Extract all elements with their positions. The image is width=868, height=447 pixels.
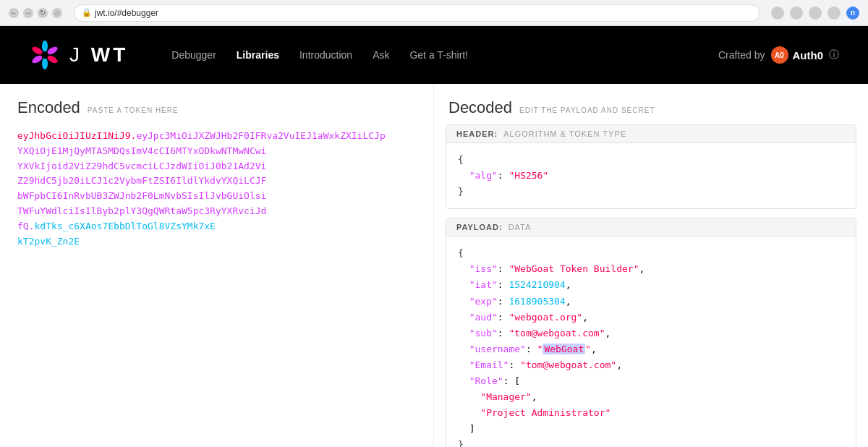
payload-aud-val: "webgoat.org"	[509, 312, 582, 323]
payload-card-header: PAYLOAD: DATA	[446, 218, 856, 237]
payload-role-key: "Role"	[469, 375, 503, 386]
payload-card-body[interactable]: { "iss": "WebGoat Token Builder", "iat":…	[446, 237, 856, 447]
payload-role-pa: "Project Administrator"	[480, 407, 610, 418]
jwt-part2: eyJpc3MiOiJXZWJHb2F0IFRva2VuIEJ1aWxkZXIi…	[17, 130, 386, 231]
svg-point-1	[42, 41, 48, 52]
svg-point-4	[42, 58, 48, 69]
nav-debugger[interactable]: Debugger	[171, 49, 216, 61]
header-alg-value: "HS256"	[509, 170, 548, 181]
payload-sub-key: "sub"	[469, 328, 498, 339]
forward-button[interactable]: →	[23, 8, 33, 18]
jwt-part3: kdTks_c6XAos7EbbDlToGl8VZsYMk7xEkT2pvK_Z…	[17, 221, 216, 247]
decoded-subtitle: EDIT THE PAYLOAD AND SECRET	[519, 106, 655, 114]
encoded-title: Encoded	[17, 98, 80, 117]
header-card-body[interactable]: { "alg": "HS256" }	[446, 143, 856, 208]
nav-libraries[interactable]: Libraries	[237, 49, 279, 61]
decoded-title: Decoded	[448, 98, 512, 117]
reload-button[interactable]: ↻	[38, 8, 48, 18]
payload-username-key: "username"	[469, 344, 526, 354]
payload-role-manager: "Manager"	[480, 391, 531, 402]
payload-email-key: "Email"	[469, 359, 509, 370]
nav-tshirt[interactable]: Get a T-shirt!	[409, 49, 468, 61]
header-colon: :	[498, 170, 509, 181]
lock-icon: 🔒	[82, 8, 92, 17]
encoded-text[interactable]: eyJhbGciOiJIUzI1NiJ9.eyJpc3MiOiJXZWJHb2F…	[17, 129, 416, 249]
crafted-by-text: Crafted by	[718, 49, 765, 61]
encoded-section: Encoded PASTE A TOKEN HERE eyJhbGciOiJIU…	[0, 84, 434, 447]
header-card: HEADER: ALGORITHM & TOKEN TYPE { "alg": …	[446, 124, 856, 209]
bookmark-button[interactable]	[809, 7, 822, 20]
payload-iss-key: "iss"	[469, 263, 498, 274]
svg-point-7	[41, 51, 48, 59]
info-icon[interactable]: ⓘ	[829, 48, 839, 61]
jwt-logo-icon	[29, 39, 61, 71]
auth0-name: Auth0	[793, 49, 824, 61]
nav-introduction[interactable]: Introduction	[299, 49, 352, 61]
payload-iat-key: "iat"	[469, 279, 498, 290]
encoded-subtitle: PASTE A TOKEN HERE	[88, 106, 179, 114]
payload-brace-open: {	[458, 247, 464, 258]
payload-exp-val: 1618905304	[509, 296, 565, 307]
payload-email-val: "tom@webgoat.com"	[520, 359, 616, 370]
navbar: J WT Debugger Libraries Introduction Ask…	[0, 26, 868, 84]
header-subtitle: ALGORITHM & TOKEN TYPE	[503, 129, 626, 138]
header-alg-key: "alg"	[469, 170, 498, 181]
cast-button[interactable]	[771, 7, 784, 20]
payload-aud-key: "aud"	[469, 312, 498, 323]
auth0-badge-icon: A0	[771, 46, 788, 64]
browser-controls: ← → ↻ ⌂	[9, 8, 62, 18]
payload-username-val: "WebGoat"	[537, 344, 591, 354]
payload-iss-val: "WebGoat Token Builder"	[509, 263, 639, 274]
crafted-by-section: Crafted by A0 Auth0 ⓘ	[718, 46, 839, 64]
header-card-header: HEADER: ALGORITHM & TOKEN TYPE	[446, 125, 856, 143]
username-highlight: WebGoat	[542, 344, 585, 354]
payload-exp-key: "exp"	[469, 296, 498, 307]
payload-card: PAYLOAD: DATA { "iss": "WebGoat Token Bu…	[446, 218, 856, 447]
url-display: jwt.io/#debugger	[95, 8, 158, 18]
header-label: HEADER:	[456, 129, 498, 138]
decoded-header: Decoded EDIT THE PAYLOAD AND SECRET	[434, 84, 868, 124]
address-bar[interactable]: 🔒 jwt.io/#debugger	[74, 4, 760, 22]
payload-label: PAYLOAD:	[456, 223, 503, 231]
encoded-header: Encoded PASTE A TOKEN HERE	[17, 98, 416, 117]
nav-links: Debugger Libraries Introduction Ask Get …	[171, 49, 718, 61]
profile-button[interactable]: n	[846, 7, 859, 20]
payload-sub-val: "tom@webgoat.com"	[509, 328, 605, 339]
browser-actions: n	[771, 7, 859, 20]
header-brace-close: }	[458, 186, 464, 197]
payload-iat-val: 1524210904	[509, 279, 565, 290]
browser-chrome: ← → ↻ ⌂ 🔒 jwt.io/#debugger n	[0, 0, 868, 26]
home-button[interactable]: ⌂	[52, 8, 62, 18]
back-button[interactable]: ←	[9, 8, 19, 18]
payload-subtitle: DATA	[509, 223, 532, 231]
logo-container: J WT	[29, 39, 128, 71]
payload-brace-close: }	[458, 439, 464, 447]
auth0-logo: A0 Auth0	[771, 46, 824, 64]
decoded-section: Decoded EDIT THE PAYLOAD AND SECRET HEAD…	[434, 84, 868, 447]
extensions-button[interactable]	[827, 7, 841, 20]
header-brace-open: {	[458, 154, 464, 165]
jwt-part1: eyJhbGciOiJIUzI1NiJ9	[17, 130, 131, 141]
nav-ask[interactable]: Ask	[373, 49, 389, 61]
search-button[interactable]	[790, 7, 803, 20]
logo-text: J WT	[69, 43, 128, 67]
main-content: Encoded PASTE A TOKEN HERE eyJhbGciOiJIU…	[0, 84, 868, 447]
